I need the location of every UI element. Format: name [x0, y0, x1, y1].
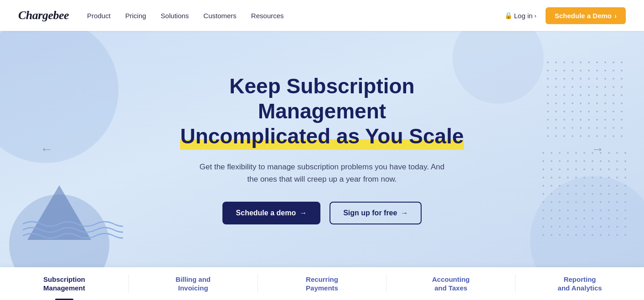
schedule-demo-button-nav[interactable]: Schedule a Demo › [546, 7, 626, 24]
signup-button[interactable]: Sign up for free → [330, 202, 422, 224]
tab-recurring-payments-label: RecurringPayments [306, 275, 338, 293]
login-arrow: › [535, 12, 536, 19]
nav-links: Product Pricing Solutions Customers Reso… [87, 12, 284, 20]
schedule-demo-button[interactable]: Schedule a demo → [222, 202, 321, 224]
hero-title: Keep Subscription Management Uncomplicat… [163, 74, 482, 150]
nav-link-customers[interactable]: Customers [203, 12, 237, 20]
nav-link-pricing[interactable]: Pricing [125, 12, 146, 20]
tab-subscription-management[interactable]: SubscriptionManagement [0, 267, 129, 300]
tab-reporting-analytics[interactable]: Reportingand Analytics [515, 267, 644, 300]
shape-dots-tr [544, 58, 626, 140]
hero-title-line2: Uncomplicated as You Scale [180, 124, 464, 150]
nav-link-product[interactable]: Product [87, 12, 111, 20]
hero-content: Keep Subscription Management Uncomplicat… [163, 74, 482, 225]
tab-recurring-payments[interactable]: RecurringPayments [258, 267, 386, 300]
bottom-tabs: SubscriptionManagement Billing andInvoic… [0, 267, 644, 300]
hero-buttons: Schedule a demo → Sign up for free → [163, 202, 482, 224]
tab-accounting-taxes-label: Accountingand Taxes [432, 275, 470, 293]
prev-arrow[interactable]: ← [36, 139, 57, 159]
tab-billing-invoicing[interactable]: Billing andInvoicing [129, 267, 258, 300]
tab-subscription-management-label: SubscriptionManagement [43, 275, 85, 293]
schedule-demo-arrow: → [299, 209, 307, 217]
tab-billing-invoicing-label: Billing andInvoicing [175, 275, 211, 293]
shape-circle-tl [0, 31, 118, 163]
signup-arrow: → [401, 209, 408, 217]
hero-section: ← → Keep Subscription Management Uncompl… [0, 31, 644, 267]
nav-link-solutions[interactable]: Solutions [161, 12, 189, 20]
logo[interactable]: Chargebee [18, 9, 69, 22]
wave-decoration [23, 217, 123, 240]
nav-link-resources[interactable]: Resources [251, 12, 284, 20]
schedule-demo-label: Schedule a demo [236, 209, 296, 217]
hero-title-line1: Keep Subscription Management [229, 74, 414, 123]
signup-label: Sign up for free [343, 209, 397, 217]
navbar: Chargebee Product Pricing Solutions Cust… [0, 0, 644, 31]
login-label: Log in [514, 12, 533, 20]
next-arrow[interactable]: → [587, 139, 608, 159]
navbar-left: Chargebee Product Pricing Solutions Cust… [18, 9, 284, 22]
login-link[interactable]: 🔒 Log in › [505, 12, 536, 20]
tab-reporting-analytics-label: Reportingand Analytics [558, 275, 602, 293]
tab-accounting-taxes[interactable]: Accountingand Taxes [386, 267, 515, 300]
navbar-right: 🔒 Log in › Schedule a Demo › [505, 7, 626, 24]
hero-subtitle: Get the flexibility to manage subscripti… [163, 161, 482, 185]
lock-icon: 🔒 [505, 12, 512, 19]
